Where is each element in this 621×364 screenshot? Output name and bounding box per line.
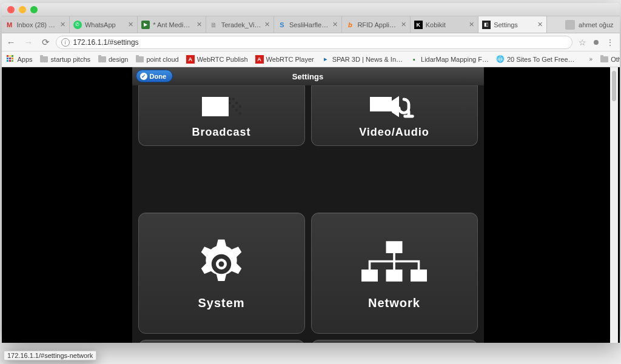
tab-antmedia[interactable]: ▶ * Ant Media | T ✕	[138, 16, 206, 33]
other-bookmarks[interactable]: Other Bookmarks	[600, 55, 619, 64]
avatar-icon	[565, 20, 575, 30]
angular-icon: A	[186, 55, 195, 64]
menu-icon[interactable]: ⋮	[606, 38, 615, 47]
bookmark-webrtc-player[interactable]: A WebRTC Player	[255, 55, 314, 64]
b-icon: b	[346, 21, 354, 29]
whatsapp-icon: ✆	[73, 21, 82, 29]
bookmark-label: design	[109, 56, 128, 63]
svg-rect-14	[411, 270, 427, 282]
bookmark-folder-design[interactable]: design	[98, 55, 128, 64]
tab-whatsapp[interactable]: ✆ WhatsApp ✕	[70, 16, 138, 33]
tab-sesliharfler[interactable]: S SesliHarfler Ad ✕	[274, 16, 342, 33]
tab-inbox[interactable]: M Inbox (28) - ah ✕	[2, 16, 70, 33]
apps-button[interactable]: Apps	[7, 55, 33, 64]
bookmark-label: WebRTC Publish	[197, 56, 248, 63]
tile-record[interactable]: REC	[138, 340, 305, 343]
lidar-icon: ▪	[410, 55, 418, 64]
window-close-button[interactable]	[7, 6, 15, 13]
bookmark-webrtc-publish[interactable]: A WebRTC Publish	[186, 55, 248, 64]
tab-kobikit[interactable]: K Kobikit ✕	[411, 16, 478, 33]
extension-icon[interactable]	[594, 40, 599, 45]
apps-label: Apps	[18, 56, 33, 63]
doc-icon: 🗎	[210, 21, 218, 29]
gmail-icon: M	[5, 21, 14, 29]
titlebar	[2, 3, 620, 16]
folder-icon	[136, 56, 144, 62]
svg-rect-4	[232, 105, 235, 108]
network-icon	[356, 237, 432, 291]
device-settings-page: ✓ Done Settings Broadcast	[132, 67, 484, 343]
antmedia-icon: ▶	[141, 21, 150, 29]
tab-strip: M Inbox (28) - ah ✕ ✆ WhatsApp ✕ ▶ * Ant…	[2, 16, 620, 33]
address-bar[interactable]: i 172.16.1.1/#settings	[56, 36, 572, 49]
tab-label: SesliHarfler Ad	[289, 21, 329, 28]
tab-label: * Ant Media | T	[153, 21, 193, 28]
k-icon: K	[414, 21, 423, 29]
tab-label: Settings	[494, 21, 534, 28]
svg-rect-7	[239, 113, 241, 115]
status-bar: 172.16.1.1/#settings-network	[4, 351, 96, 360]
svg-rect-6	[235, 109, 238, 111]
apps-grid-icon	[7, 55, 15, 64]
bookmark-lidarmap[interactable]: ▪ LidarMap Mapping F…	[410, 55, 489, 64]
toolbar-right: ☆ ⋮	[579, 38, 615, 47]
toolbar: ← → ⟳ i 172.16.1.1/#settings ☆ ⋮	[2, 33, 620, 51]
tab-label: Teradek_VidiU	[221, 21, 261, 28]
tile-label: Video/Audio	[359, 126, 429, 139]
tab-label: Inbox (28) - ah	[17, 21, 57, 28]
svg-rect-12	[361, 270, 378, 282]
tile-label: Network	[368, 296, 420, 310]
close-icon[interactable]: ✕	[196, 21, 202, 28]
tab-label: Kobikit	[426, 21, 466, 28]
close-icon[interactable]: ✕	[469, 21, 474, 28]
tab-rfid[interactable]: b RFID Applicatio ✕	[342, 16, 410, 33]
done-label: Done	[150, 73, 167, 80]
bookmark-label: startup pitchs	[51, 56, 90, 63]
back-button[interactable]: ←	[7, 37, 16, 48]
bookmark-label: 20 Sites To Get Free…	[507, 56, 575, 63]
bookmarks-bar: Apps startup pitchs design point cloud A…	[2, 51, 620, 67]
bookmarks-overflow-icon[interactable]: »	[589, 56, 593, 62]
settings-title: Settings	[292, 72, 323, 81]
close-icon[interactable]: ✕	[537, 21, 543, 28]
window-minimize-button[interactable]	[19, 6, 26, 13]
close-icon[interactable]: ✕	[60, 21, 65, 28]
svg-rect-2	[229, 102, 231, 104]
tile-label: System	[198, 296, 244, 310]
close-icon[interactable]: ✕	[264, 21, 270, 28]
svg-rect-3	[235, 102, 238, 104]
gear-icon	[194, 237, 249, 291]
spar-icon: ▸	[321, 55, 330, 64]
profile-area[interactable]: ahmet oğuz	[547, 16, 620, 33]
angular-icon: A	[255, 55, 264, 64]
bookmark-folder-pointcloud[interactable]: point cloud	[135, 55, 178, 64]
bookmark-folder-startup[interactable]: startup pitchs	[40, 55, 90, 64]
close-icon[interactable]: ✕	[401, 21, 406, 28]
url-text: 172.16.1.1/#settings	[73, 38, 139, 47]
other-bookmarks-label: Other Bookmarks	[611, 56, 619, 63]
svg-rect-1	[232, 98, 235, 101]
tab-settings[interactable]: ◧ Settings ✕	[478, 16, 546, 33]
bookmark-label: SPAR 3D | News & In…	[332, 56, 403, 63]
tile-video-audio[interactable]: Video/Audio	[311, 85, 478, 146]
tile-broadcast[interactable]: Broadcast	[138, 85, 305, 146]
svg-rect-13	[386, 270, 403, 282]
window-maximize-button[interactable]	[30, 6, 38, 13]
bookmark-spar3d[interactable]: ▸ SPAR 3D | News & In…	[321, 55, 403, 64]
site-info-icon[interactable]: i	[61, 38, 70, 47]
close-icon[interactable]: ✕	[332, 21, 338, 28]
tile-cloud[interactable]	[311, 340, 478, 343]
scrollbar[interactable]	[610, 67, 618, 343]
done-button[interactable]: ✓ Done	[136, 70, 173, 82]
bookmark-star-icon[interactable]: ☆	[579, 38, 586, 47]
forward-button[interactable]: →	[24, 37, 33, 48]
close-icon[interactable]: ✕	[128, 21, 133, 28]
folder-icon	[40, 56, 48, 62]
bookmark-20sites[interactable]: 🌐 20 Sites To Get Free…	[496, 55, 575, 64]
tile-system[interactable]: System	[138, 213, 305, 334]
reload-button[interactable]: ⟳	[42, 37, 50, 48]
tile-network[interactable]: Network	[311, 213, 478, 334]
nav-buttons: ← → ⟳	[7, 37, 50, 48]
tab-teradek[interactable]: 🗎 Teradek_VidiU ✕	[206, 16, 274, 33]
check-icon: ✓	[140, 73, 147, 80]
